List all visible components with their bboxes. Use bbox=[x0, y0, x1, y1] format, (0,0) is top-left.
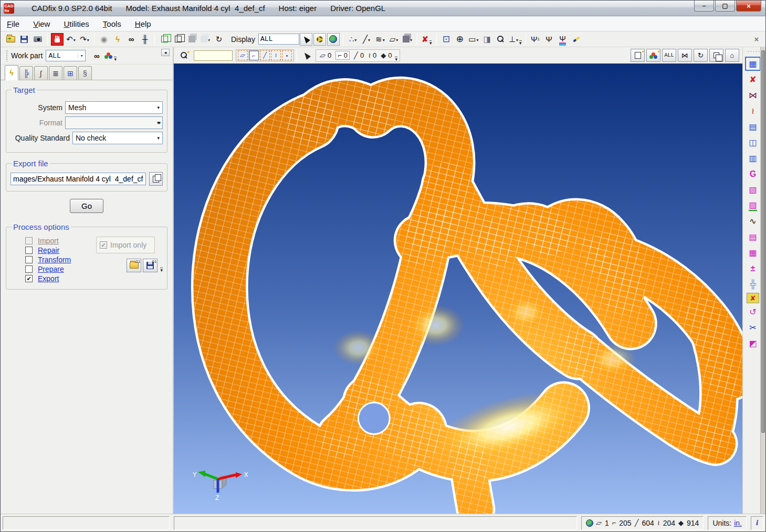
rt-mesh-planes-button[interactable]: ▤ bbox=[745, 120, 761, 134]
pick-entities-button[interactable] bbox=[300, 33, 312, 46]
redo-button[interactable]: ↷▾ bbox=[78, 33, 91, 46]
menu-file[interactable]: File bbox=[7, 19, 19, 28]
repair-checkbox[interactable] bbox=[25, 247, 33, 254]
orient-axes-dropdown-icon[interactable]: ▾ bbox=[516, 36, 518, 45]
find-button[interactable]: ∞ bbox=[125, 33, 138, 46]
maximize-button[interactable]: ▢ bbox=[715, 1, 735, 12]
filter-faces-button[interactable]: ⌐ bbox=[249, 50, 259, 60]
rt-geometry-from-mesh-button[interactable]: G bbox=[745, 167, 761, 181]
filter-loops-button[interactable]: ≀ bbox=[271, 50, 281, 60]
pan-mode-button[interactable] bbox=[51, 33, 64, 46]
import-only-checkbox[interactable]: ✔ bbox=[100, 241, 107, 249]
rt-curve-points-button[interactable]: ≀ bbox=[745, 104, 761, 118]
browse-file-button[interactable] bbox=[149, 172, 163, 186]
tab-script-log[interactable]: § bbox=[78, 66, 92, 80]
mirror-selection-button[interactable]: ⋈ bbox=[678, 49, 692, 62]
selection-options-button[interactable] bbox=[313, 33, 326, 46]
rt-sheet-revolve-button[interactable]: ↺ bbox=[745, 305, 761, 319]
filter-bodies-button[interactable]: ▱ bbox=[238, 50, 248, 60]
undo-dropdown-icon[interactable]: ▾ bbox=[74, 36, 76, 45]
fit-view-button[interactable]: ⊡ bbox=[440, 33, 453, 46]
open-model-button[interactable] bbox=[4, 33, 17, 46]
projection-button[interactable]: ◨ bbox=[481, 33, 494, 46]
display-input[interactable] bbox=[258, 34, 299, 45]
filter-points-button[interactable]: • bbox=[282, 50, 292, 60]
rt-sheet-offset-button[interactable]: ± bbox=[745, 261, 761, 275]
toolbar-close-button[interactable]: × bbox=[750, 33, 763, 46]
zoom-window-dropdown-icon[interactable]: ▾ bbox=[476, 36, 478, 45]
units-link[interactable]: in. bbox=[734, 519, 742, 527]
export-checkbox[interactable]: ✔ bbox=[25, 275, 33, 282]
repair-link[interactable]: Repair bbox=[38, 246, 59, 254]
prepare-checkbox[interactable] bbox=[25, 265, 33, 273]
shaded-view-button[interactable]: ▾ bbox=[199, 33, 212, 46]
delete-overflow-icon[interactable]: ▾ bbox=[429, 40, 432, 45]
workpart-combo[interactable]: ALL ▾ bbox=[46, 50, 86, 61]
rt-sheet-grid-button[interactable]: ▦ bbox=[745, 246, 761, 260]
rt-crossed-planes-button[interactable]: ◩ bbox=[745, 336, 761, 350]
transform-checkbox[interactable] bbox=[25, 256, 33, 263]
rt-mesh-expand-button[interactable]: ╬ bbox=[745, 277, 761, 291]
rt-delete-entity-button[interactable]: ✘ bbox=[745, 72, 761, 87]
snapshot-button[interactable] bbox=[32, 33, 44, 46]
rt-spline-curve-button[interactable]: ∿ bbox=[745, 214, 761, 228]
undo-button[interactable]: ↶▾ bbox=[65, 33, 77, 46]
edge-tool-dropdown-icon[interactable]: ▾ bbox=[383, 36, 385, 45]
rt-sheet-copy-button[interactable]: ▤ bbox=[745, 230, 761, 244]
manifold-mesh-model[interactable] bbox=[174, 65, 742, 514]
right-toolbar-gripper[interactable] bbox=[747, 50, 761, 52]
quality-combo[interactable]: No check ▾ bbox=[72, 132, 163, 144]
part-colors-overflow-icon[interactable]: ▾ bbox=[114, 57, 117, 61]
paintbrush-button[interactable] bbox=[570, 33, 583, 46]
redo-dropdown-icon[interactable]: ▾ bbox=[87, 36, 89, 45]
surface-fan-2-button[interactable]: Ψ bbox=[543, 33, 555, 46]
collapse-panel-button[interactable]: ◂ bbox=[161, 49, 170, 56]
global-select-button[interactable] bbox=[327, 33, 340, 46]
export-path-input[interactable] bbox=[11, 173, 146, 185]
body-tool-button[interactable]: ▾ bbox=[401, 33, 414, 46]
tab-process-wizard[interactable]: ϟ bbox=[5, 65, 18, 80]
rt-mesh-table-button[interactable]: ▦ bbox=[745, 57, 761, 71]
check-wizard-button[interactable]: ϟ bbox=[111, 33, 124, 46]
rt-collapse-entity-button[interactable]: ⋈ bbox=[745, 88, 761, 102]
format-combo[interactable]: ▾▾ bbox=[65, 116, 163, 129]
rt-mesh-copy-button[interactable]: ▧ bbox=[745, 183, 761, 197]
info-button[interactable]: i bbox=[751, 516, 763, 530]
new-selection-list-button[interactable]: * bbox=[631, 49, 645, 62]
line-tool-button[interactable]: ╱▾ bbox=[360, 33, 373, 46]
part-colors-button[interactable]: ▾ bbox=[104, 49, 117, 62]
center-view-button[interactable]: ⊕ bbox=[454, 33, 466, 46]
load-sequence-button[interactable]: 01 bbox=[127, 259, 141, 272]
face-tool-button[interactable]: ▱▾ bbox=[387, 33, 400, 46]
save-sequence-button[interactable]: 01 bbox=[143, 259, 158, 272]
delete-button[interactable]: ✘▾ bbox=[421, 33, 433, 46]
toolbar-gripper[interactable] bbox=[6, 50, 8, 61]
spin-view-button[interactable]: ↻ bbox=[213, 33, 225, 46]
zoom-window-button[interactable]: ▭▾ bbox=[467, 33, 480, 46]
flat-shaded-view-button[interactable] bbox=[185, 33, 198, 46]
face-tool-dropdown-icon[interactable]: ▾ bbox=[396, 36, 398, 45]
sequence-overflow-icon[interactable]: ▾ bbox=[160, 268, 163, 272]
rt-mesh-cylinder-button[interactable]: ◫ bbox=[745, 135, 761, 150]
counters-overflow-icon[interactable]: ▾ bbox=[395, 57, 397, 61]
rotate-selection-button[interactable]: ↻ bbox=[694, 49, 708, 62]
tab-toolbox[interactable]: ≣ bbox=[49, 66, 62, 80]
minimize-button[interactable]: – bbox=[694, 1, 714, 12]
tab-report[interactable]: ⊞ bbox=[64, 66, 77, 80]
select-cursor-button[interactable] bbox=[300, 49, 313, 62]
title-bar[interactable]: CADfix CADfix 9.0 SP2.0 64bitModel: Exha… bbox=[1, 1, 765, 16]
right-toolbar-scrollbar[interactable] bbox=[760, 47, 765, 514]
show-all-button[interactable]: ALL bbox=[662, 49, 676, 62]
transform-link[interactable]: Transform bbox=[38, 256, 71, 264]
shaded-sphere-button[interactable]: ◉ bbox=[98, 33, 110, 46]
import-link[interactable]: Import bbox=[38, 237, 59, 245]
prepare-link[interactable]: Prepare bbox=[38, 265, 64, 273]
duplicate-view-button[interactable] bbox=[709, 49, 723, 62]
line-tool-dropdown-icon[interactable]: ▾ bbox=[368, 36, 370, 45]
rt-mesh-green-edge-button[interactable]: ▨ bbox=[745, 198, 761, 212]
edge-tool-button[interactable]: ≋▾ bbox=[374, 33, 386, 46]
rt-delete-mesh-tool-button[interactable]: ✘ bbox=[747, 293, 759, 303]
polygon-select-button[interactable]: ⌂ bbox=[725, 49, 739, 62]
point-tool-dropdown-icon[interactable]: ▾ bbox=[354, 36, 356, 45]
go-button[interactable]: Go bbox=[70, 199, 103, 213]
